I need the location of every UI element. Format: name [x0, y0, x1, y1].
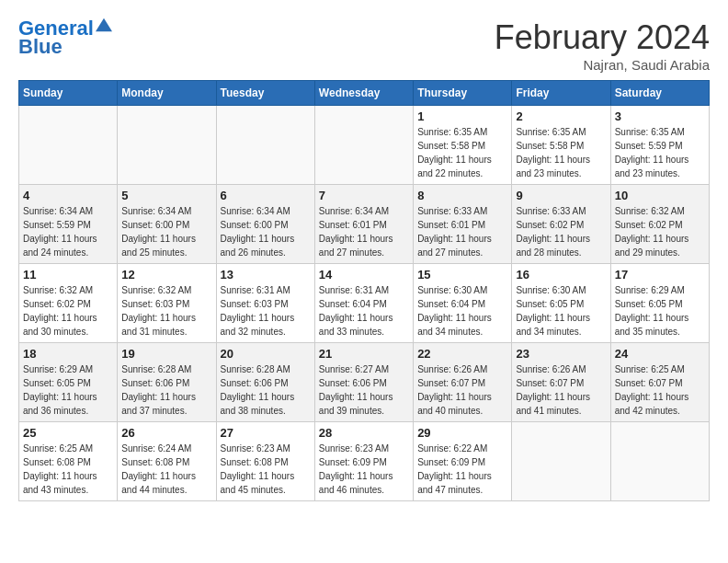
location-subtitle: Najran, Saudi Arabia	[495, 57, 710, 73]
day-info: Sunrise: 6:28 AMSunset: 6:06 PMDaylight:…	[121, 362, 211, 418]
calendar-cell	[216, 106, 314, 185]
logo: General Blue	[18, 18, 112, 59]
calendar-cell	[610, 422, 709, 501]
calendar-cell: 3Sunrise: 6:35 AMSunset: 5:59 PMDaylight…	[610, 106, 709, 185]
day-number: 20	[221, 347, 311, 361]
day-number: 1	[417, 109, 507, 123]
day-info: Sunrise: 6:28 AMSunset: 6:06 PMDaylight:…	[221, 362, 311, 418]
day-info: Sunrise: 6:35 AMSunset: 5:59 PMDaylight:…	[615, 125, 705, 180]
header-tuesday: Tuesday	[216, 81, 314, 106]
day-info: Sunrise: 6:31 AMSunset: 6:04 PMDaylight:…	[319, 283, 409, 339]
day-info: Sunrise: 6:34 AMSunset: 6:00 PMDaylight:…	[221, 204, 311, 259]
day-info: Sunrise: 6:25 AMSunset: 6:07 PMDaylight:…	[615, 362, 705, 418]
day-info: Sunrise: 6:22 AMSunset: 6:09 PMDaylight:…	[417, 442, 507, 497]
week-row-2: 11Sunrise: 6:32 AMSunset: 6:02 PMDayligh…	[19, 264, 710, 343]
calendar-cell: 8Sunrise: 6:33 AMSunset: 6:01 PMDaylight…	[414, 185, 512, 264]
calendar-header-row: SundayMondayTuesdayWednesdayThursdayFrid…	[19, 81, 710, 106]
day-info: Sunrise: 6:30 AMSunset: 6:05 PMDaylight:…	[516, 283, 606, 339]
day-info: Sunrise: 6:30 AMSunset: 6:04 PMDaylight:…	[417, 283, 507, 339]
calendar-cell: 9Sunrise: 6:33 AMSunset: 6:02 PMDaylight…	[512, 185, 610, 264]
day-number: 3	[615, 109, 705, 123]
page-header: General Blue February 2024 Najran, Saudi…	[18, 18, 710, 73]
day-number: 6	[221, 189, 311, 202]
day-number: 9	[516, 189, 606, 202]
day-info: Sunrise: 6:23 AMSunset: 6:08 PMDaylight:…	[221, 442, 311, 497]
calendar-cell: 1Sunrise: 6:35 AMSunset: 5:58 PMDaylight…	[414, 106, 512, 185]
header-thursday: Thursday	[414, 81, 512, 106]
calendar-cell: 28Sunrise: 6:23 AMSunset: 6:09 PMDayligh…	[314, 422, 413, 501]
day-info: Sunrise: 6:32 AMSunset: 6:02 PMDaylight:…	[23, 283, 113, 339]
calendar-cell	[19, 106, 118, 185]
day-info: Sunrise: 6:33 AMSunset: 6:01 PMDaylight:…	[417, 204, 507, 259]
week-row-1: 4Sunrise: 6:34 AMSunset: 5:59 PMDaylight…	[19, 185, 710, 264]
day-number: 21	[319, 347, 409, 361]
day-info: Sunrise: 6:25 AMSunset: 6:08 PMDaylight:…	[23, 442, 113, 497]
calendar-cell: 11Sunrise: 6:32 AMSunset: 6:02 PMDayligh…	[19, 264, 118, 343]
calendar-cell: 29Sunrise: 6:22 AMSunset: 6:09 PMDayligh…	[414, 422, 512, 501]
calendar-cell	[512, 422, 610, 501]
calendar-cell	[314, 106, 413, 185]
calendar-cell: 2Sunrise: 6:35 AMSunset: 5:58 PMDaylight…	[512, 106, 610, 185]
calendar-cell: 4Sunrise: 6:34 AMSunset: 5:59 PMDaylight…	[19, 185, 118, 264]
day-info: Sunrise: 6:32 AMSunset: 6:03 PMDaylight:…	[121, 283, 211, 339]
day-info: Sunrise: 6:31 AMSunset: 6:03 PMDaylight:…	[221, 283, 311, 339]
calendar-cell: 6Sunrise: 6:34 AMSunset: 6:00 PMDaylight…	[216, 185, 314, 264]
day-number: 17	[615, 268, 705, 282]
day-number: 18	[23, 347, 113, 361]
day-number: 13	[221, 268, 311, 282]
calendar-cell: 12Sunrise: 6:32 AMSunset: 6:03 PMDayligh…	[118, 264, 216, 343]
day-info: Sunrise: 6:34 AMSunset: 5:59 PMDaylight:…	[23, 204, 113, 259]
day-info: Sunrise: 6:34 AMSunset: 6:01 PMDaylight:…	[319, 204, 409, 259]
day-number: 16	[516, 268, 606, 282]
calendar-cell: 13Sunrise: 6:31 AMSunset: 6:03 PMDayligh…	[216, 264, 314, 343]
day-info: Sunrise: 6:32 AMSunset: 6:02 PMDaylight:…	[615, 204, 705, 259]
day-number: 22	[417, 347, 507, 361]
day-number: 4	[23, 189, 113, 202]
svg-marker-0	[96, 18, 112, 31]
day-number: 14	[319, 268, 409, 282]
header-sunday: Sunday	[19, 81, 118, 106]
day-number: 12	[121, 268, 211, 282]
calendar-cell: 10Sunrise: 6:32 AMSunset: 6:02 PMDayligh…	[610, 185, 709, 264]
day-number: 23	[516, 347, 606, 361]
calendar-cell: 22Sunrise: 6:26 AMSunset: 6:07 PMDayligh…	[414, 343, 512, 422]
day-number: 29	[417, 426, 507, 440]
day-info: Sunrise: 6:23 AMSunset: 6:09 PMDaylight:…	[319, 442, 409, 497]
day-number: 15	[417, 268, 507, 282]
day-info: Sunrise: 6:26 AMSunset: 6:07 PMDaylight:…	[417, 362, 507, 418]
header-monday: Monday	[118, 81, 216, 106]
day-number: 11	[23, 268, 113, 282]
day-number: 28	[319, 426, 409, 440]
day-info: Sunrise: 6:35 AMSunset: 5:58 PMDaylight:…	[417, 125, 507, 180]
week-row-0: 1Sunrise: 6:35 AMSunset: 5:58 PMDaylight…	[19, 106, 710, 185]
calendar-cell: 15Sunrise: 6:30 AMSunset: 6:04 PMDayligh…	[414, 264, 512, 343]
calendar-cell	[118, 106, 216, 185]
calendar-cell: 19Sunrise: 6:28 AMSunset: 6:06 PMDayligh…	[118, 343, 216, 422]
logo-icon	[96, 17, 112, 33]
day-number: 25	[23, 426, 113, 440]
calendar-cell: 24Sunrise: 6:25 AMSunset: 6:07 PMDayligh…	[610, 343, 709, 422]
day-number: 5	[121, 189, 211, 202]
header-wednesday: Wednesday	[314, 81, 413, 106]
day-number: 10	[615, 189, 705, 202]
calendar-cell: 21Sunrise: 6:27 AMSunset: 6:06 PMDayligh…	[314, 343, 413, 422]
calendar-cell: 14Sunrise: 6:31 AMSunset: 6:04 PMDayligh…	[314, 264, 413, 343]
day-number: 2	[516, 109, 606, 123]
day-number: 19	[121, 347, 211, 361]
day-info: Sunrise: 6:33 AMSunset: 6:02 PMDaylight:…	[516, 204, 606, 259]
calendar-cell: 7Sunrise: 6:34 AMSunset: 6:01 PMDaylight…	[314, 185, 413, 264]
header-saturday: Saturday	[610, 81, 709, 106]
calendar-body: 1Sunrise: 6:35 AMSunset: 5:58 PMDaylight…	[19, 106, 710, 501]
calendar-cell: 20Sunrise: 6:28 AMSunset: 6:06 PMDayligh…	[216, 343, 314, 422]
calendar-cell: 5Sunrise: 6:34 AMSunset: 6:00 PMDaylight…	[118, 185, 216, 264]
day-info: Sunrise: 6:34 AMSunset: 6:00 PMDaylight:…	[121, 204, 211, 259]
day-number: 7	[319, 189, 409, 202]
calendar-cell: 17Sunrise: 6:29 AMSunset: 6:05 PMDayligh…	[610, 264, 709, 343]
calendar-cell: 23Sunrise: 6:26 AMSunset: 6:07 PMDayligh…	[512, 343, 610, 422]
week-row-4: 25Sunrise: 6:25 AMSunset: 6:08 PMDayligh…	[19, 422, 710, 501]
calendar-table: SundayMondayTuesdayWednesdayThursdayFrid…	[18, 80, 710, 501]
day-info: Sunrise: 6:29 AMSunset: 6:05 PMDaylight:…	[615, 283, 705, 339]
calendar-cell: 16Sunrise: 6:30 AMSunset: 6:05 PMDayligh…	[512, 264, 610, 343]
week-row-3: 18Sunrise: 6:29 AMSunset: 6:05 PMDayligh…	[19, 343, 710, 422]
day-info: Sunrise: 6:29 AMSunset: 6:05 PMDaylight:…	[23, 362, 113, 418]
